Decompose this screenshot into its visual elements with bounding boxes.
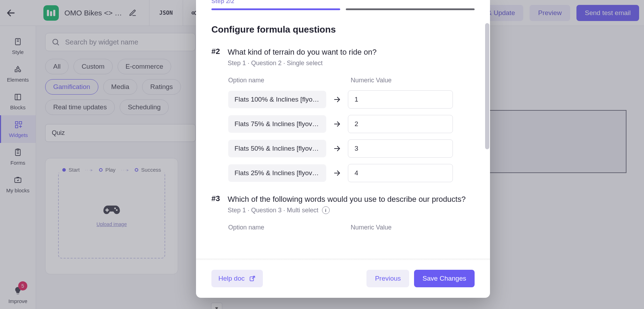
svg-rect-32 xyxy=(250,277,253,281)
scrollbar-thumb[interactable] xyxy=(485,23,489,149)
previous-button[interactable]: Previous xyxy=(366,270,409,287)
question-number: #3 xyxy=(211,194,220,203)
configure-formula-modal: Step 2/2 Configure formula questions #2 … xyxy=(196,0,490,298)
col-header-value: Numeric Value xyxy=(351,224,392,231)
save-changes-button[interactable]: Save Changes xyxy=(414,270,475,287)
numeric-value-input[interactable] xyxy=(348,115,453,133)
question-text: What kind of terrain do you want to ride… xyxy=(227,47,377,57)
col-header-option: Option name xyxy=(228,224,351,231)
option-name: Flats 100% & Inclines [flyov… xyxy=(228,91,326,108)
question-number: #2 xyxy=(211,47,220,56)
col-header-value: Numeric Value xyxy=(351,77,392,84)
info-icon[interactable]: i xyxy=(322,206,330,214)
option-name: Flats 50% & Inclines [flyove… xyxy=(228,140,326,157)
arrow-right-icon xyxy=(332,120,342,128)
question-meta: Step 1 · Question 2 · Single select xyxy=(227,60,377,67)
modal-title: Configure formula questions xyxy=(211,24,475,35)
help-doc-label: Help doc xyxy=(218,275,245,282)
help-doc-button[interactable]: Help doc xyxy=(211,270,263,287)
external-link-icon xyxy=(249,275,256,282)
option-name: Flats 75% & Inclines [flyove… xyxy=(228,115,326,133)
progress-step-1 xyxy=(211,8,340,10)
question-meta: Step 1 · Question 3 · Multi select i xyxy=(227,206,465,214)
option-row: Flats 50% & Inclines [flyove… xyxy=(211,139,475,158)
arrow-right-icon xyxy=(332,96,342,103)
option-name: Flats 25% & Inclines [flyove… xyxy=(228,164,326,182)
col-header-option: Option name xyxy=(228,77,351,84)
question-text: Which of the following words would you u… xyxy=(227,194,465,205)
numeric-value-input[interactable] xyxy=(348,164,453,182)
option-row: Flats 25% & Inclines [flyove… xyxy=(211,164,475,182)
option-row: Flats 75% & Inclines [flyove… xyxy=(211,115,475,133)
modal-step-label: Step 2/2 xyxy=(211,0,475,5)
arrow-right-icon xyxy=(332,145,342,152)
numeric-value-input[interactable] xyxy=(348,139,453,158)
progress-step-2 xyxy=(346,8,475,10)
arrow-right-icon xyxy=(332,169,342,177)
option-row: Flats 100% & Inclines [flyov… xyxy=(211,90,475,109)
numeric-value-input[interactable] xyxy=(348,90,453,109)
